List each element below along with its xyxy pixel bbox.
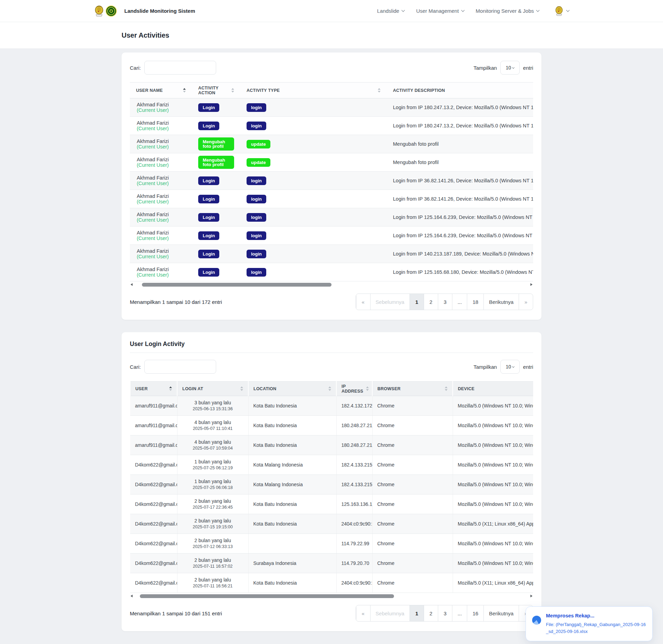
cell-ip-address: 180.248.27.213 [336,435,372,455]
cell-activity-action: Login [192,227,240,245]
pagination-button[interactable]: 2 [424,294,438,310]
search-input[interactable] [144,360,216,374]
column-header[interactable]: ACTIVITY DESCRIPTION [387,83,533,98]
chevron-down-icon [512,66,515,68]
cell-activity-description: Mengubah foto profil [387,135,533,153]
pagination-button[interactable]: 1 [410,605,424,621]
pagination-button[interactable]: ... [452,294,467,310]
nav-item-label: Monitoring Server & Jobs [476,8,534,14]
login-relative-time: 1 bulan yang lalu [182,478,243,485]
sort-arrows-icon[interactable] [183,88,186,93]
column-header[interactable]: DEVICE [453,382,533,396]
cell-user-name: Akhmad Farizi (Current User) [130,135,192,153]
pagination-button[interactable]: « [356,294,370,310]
column-header[interactable]: BROWSER [372,382,453,396]
login-relative-time: 3 bulan yang lalu [182,400,243,406]
column-header-label: LOGIN AT [182,386,203,391]
pagination-button[interactable]: « [356,605,370,621]
pagination-button[interactable]: 18 [467,294,483,310]
pagination: « Sebelumnya 1 2 3 ... 18 Berikutnya » [356,294,533,310]
scroll-left-arrow-icon[interactable] [131,595,133,597]
page-length-value: 10 [506,65,511,70]
cell-activity-action: Login [192,245,240,263]
login-relative-time: 2 bulan yang lalu [182,518,243,524]
column-header[interactable]: USER NAME [130,83,192,98]
cell-user-name: Akhmad Farizi (Current User) [130,172,192,190]
scrollbar-thumb[interactable] [140,594,394,598]
processing-toast[interactable]: Memproses Rekap... File: (PerTanggal)_Re… [526,606,653,641]
pagination-button[interactable]: 3 [438,605,452,621]
chevron-down-icon [536,9,540,12]
cell-user-name: Akhmad Farizi (Current User) [130,245,192,263]
sort-arrows-icon[interactable] [366,386,369,391]
pagination-button[interactable]: 16 [467,605,483,621]
scrollbar-thumb[interactable] [142,283,332,287]
cell-activity-description: Login from IP 180.247.13.2, Device: Mozi… [387,117,533,135]
column-header-label: DEVICE [458,386,474,391]
cell-user-email: D4kom622@gmail.com [130,573,177,593]
cell-user-name: Akhmad Farizi (Current User) [130,263,192,281]
column-header[interactable]: USER [130,382,177,396]
horizontal-scrollbar[interactable] [130,282,533,287]
cell-location: Kota Batu Indonesia [248,573,336,593]
pagination-button[interactable]: Berikutnya [483,294,519,310]
login-relative-time: 4 bulan yang lalu [182,439,243,445]
scroll-right-arrow-icon[interactable] [530,595,532,597]
page-length-select[interactable]: 10 [500,61,520,75]
column-header[interactable]: LOCATION [248,382,336,396]
sort-arrows-icon[interactable] [378,88,381,93]
sort-arrows-icon[interactable] [328,386,331,391]
pagination-button[interactable]: Sebelumnya [370,605,410,621]
table-row: Akhmad Farizi (Current User) Login login… [130,245,533,263]
column-header[interactable]: ACTIVITY TYPE [240,83,387,98]
current-user-tag: (Current User) [137,181,169,186]
activity-action-badge: Login [198,103,219,112]
cell-ip-address: 114.79.20.70 [336,554,372,573]
scroll-left-arrow-icon[interactable] [131,283,133,286]
activity-type-badge: login [247,103,266,112]
sort-arrows-icon[interactable] [240,386,243,391]
user-login-activity-table: USER LOGIN AT [130,381,533,593]
pagination-button[interactable]: 2 [424,605,438,621]
pagination-button[interactable]: 3 [438,294,452,310]
login-relative-time: 2 bulan yang lalu [182,498,243,504]
scroll-right-arrow-icon[interactable] [530,283,532,286]
cell-user-email: D4kom622@gmail.com [130,554,177,573]
cell-ip-address: 182.4.133.215 [336,475,372,494]
login-timestamp: 2025-07-15 19:15:00 [182,524,243,530]
pagination-button[interactable]: ... [452,605,467,621]
cell-user-email: amaruf911@gmail.com [130,416,177,435]
current-user-tag: (Current User) [137,272,169,278]
user-name: Akhmad Farizi [137,157,169,162]
cell-device: Mozilla/5.0 (Windows NT 10.0; Win64; x64… [453,396,533,416]
pagination-button[interactable]: Sebelumnya [370,294,410,310]
nav-dropdown-item[interactable]: Landslide [377,8,404,14]
activity-type-badge: login [247,231,266,240]
cell-browser: Chrome [372,416,453,435]
column-header[interactable]: LOGIN AT [177,382,248,396]
cell-browser: Chrome [372,494,453,514]
pagination-button[interactable]: » [519,294,533,310]
pagination-button[interactable]: Berikutnya [483,605,519,621]
column-header[interactable]: ACTIVITY ACTION [192,83,240,98]
sort-arrows-icon[interactable] [169,386,172,391]
cell-device: Mozilla/5.0 (Windows NT 10.0; Win64; x64… [453,455,533,475]
table-row: Akhmad Farizi (Current User) Login login… [130,117,533,135]
horizontal-scrollbar[interactable] [130,594,533,599]
cell-login-at: 1 bulan yang lalu 2025-07-25 06:12:19 [177,455,248,475]
column-header[interactable]: IP ADDRESS [336,382,372,396]
user-avatar-menu[interactable] [554,6,569,16]
pagination-button[interactable]: 1 [410,294,424,310]
cell-location: Kota Batu Indonesia [248,435,336,455]
search-input[interactable] [144,61,216,75]
nav-dropdown-item[interactable]: User Management [416,8,464,14]
page-length-select[interactable]: 10 [500,360,520,374]
app-title: Landslide Monitoring Sistem [124,8,195,14]
nav-dropdown-item[interactable]: Monitoring Server & Jobs [476,8,539,14]
user-name: Akhmad Farizi [137,248,169,254]
cell-browser: Chrome [372,534,453,554]
activity-action-badge: Login [198,176,219,185]
toast-file-name: File: (PerTanggal)_Rekap_Gabungan_2025-0… [546,621,646,635]
sort-arrows-icon[interactable] [231,88,234,93]
sort-arrows-icon[interactable] [445,386,448,391]
